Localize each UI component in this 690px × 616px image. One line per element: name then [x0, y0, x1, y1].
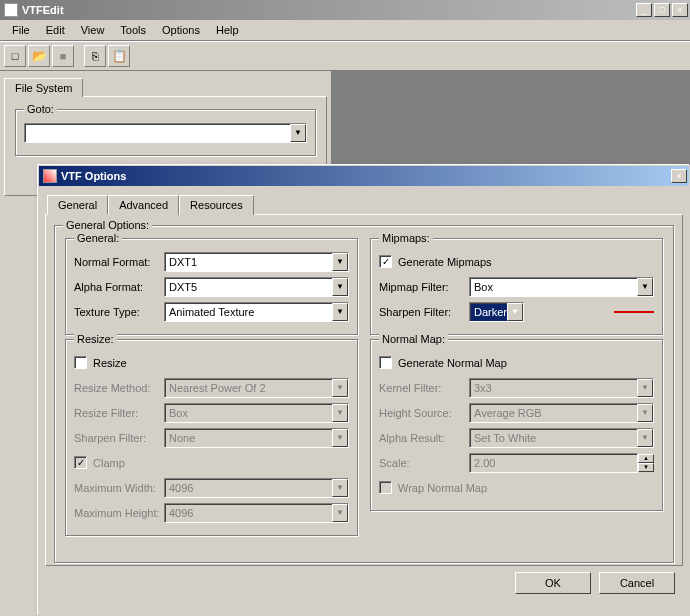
tab-advanced[interactable]: Advanced: [108, 195, 179, 215]
scale-input: 2.00: [469, 453, 638, 473]
kernel-filter-value: 3x3: [474, 382, 492, 394]
close-button[interactable]: ×: [672, 3, 688, 17]
alpha-result-label: Alpha Result:: [379, 432, 469, 444]
goto-combo[interactable]: ▼: [24, 123, 307, 143]
cancel-button[interactable]: Cancel: [599, 572, 675, 594]
chevron-down-icon: ▼: [332, 504, 348, 522]
vtf-options-dialog: VTF Options × General Advanced Resources…: [38, 165, 690, 616]
app-title: VTFEdit: [22, 4, 636, 16]
copy-icon: ⎘: [92, 50, 99, 62]
mipmap-filter-value: Box: [474, 281, 493, 293]
normal-format-value: DXT1: [169, 256, 197, 268]
chevron-down-icon: ▼: [332, 303, 348, 321]
resize-filter-label: Resize Filter:: [74, 407, 164, 419]
tab-file-system[interactable]: File System: [4, 78, 83, 97]
mipmap-filter-combo[interactable]: Box▼: [469, 277, 654, 297]
kernel-filter-label: Kernel Filter:: [379, 382, 469, 394]
resize-filter-combo: Box▼: [164, 403, 349, 423]
chevron-down-icon: ▼: [637, 404, 653, 422]
clamp-checkbox: ✓: [74, 456, 87, 469]
chevron-down-icon: ▼: [332, 278, 348, 296]
chevron-down-icon: ▼: [332, 379, 348, 397]
resize-method-value: Nearest Power Of 2: [169, 382, 266, 394]
goto-label: Goto:: [24, 103, 57, 115]
dialog-title: VTF Options: [61, 170, 671, 182]
alpha-result-value: Set To White: [474, 432, 536, 444]
minimize-button[interactable]: _: [636, 3, 652, 17]
toolbar-open-button[interactable]: 📂: [28, 45, 50, 67]
dialog-titlebar: VTF Options ×: [39, 166, 689, 186]
resize-label: Resize: [93, 357, 127, 369]
menu-options[interactable]: Options: [154, 22, 208, 38]
mipmaps-legend: Mipmaps:: [379, 232, 433, 244]
height-source-value: Average RGB: [474, 407, 542, 419]
generate-mipmaps-checkbox[interactable]: ✓: [379, 255, 392, 268]
toolbar-new-button[interactable]: □: [4, 45, 26, 67]
scale-value: 2.00: [474, 457, 495, 469]
generate-normalmap-checkbox[interactable]: [379, 356, 392, 369]
alpha-format-combo[interactable]: DXT5▼: [164, 277, 349, 297]
menu-help[interactable]: Help: [208, 22, 247, 38]
spinner-down-icon: ▼: [638, 463, 654, 472]
normalmap-legend: Normal Map:: [379, 333, 448, 345]
ok-button[interactable]: OK: [515, 572, 591, 594]
resize-sharpen-value: None: [169, 432, 195, 444]
max-width-value: 4096: [169, 482, 193, 494]
resize-method-label: Resize Method:: [74, 382, 164, 394]
app-icon: [4, 3, 18, 17]
max-height-value: 4096: [169, 507, 193, 519]
chevron-down-icon: ▼: [637, 429, 653, 447]
menu-tools[interactable]: Tools: [112, 22, 154, 38]
chevron-down-icon: ▼: [637, 379, 653, 397]
alpha-format-label: Alpha Format:: [74, 281, 164, 293]
max-width-label: Maximum Width:: [74, 482, 164, 494]
main-titlebar: VTFEdit _ □ ×: [0, 0, 690, 20]
texture-type-value: Animated Texture: [169, 306, 254, 318]
mipmap-sharpen-combo[interactable]: Darker▼: [469, 302, 524, 322]
menu-view[interactable]: View: [73, 22, 113, 38]
menu-file[interactable]: File: [4, 22, 38, 38]
scale-label: Scale:: [379, 457, 469, 469]
clamp-label: Clamp: [93, 457, 125, 469]
height-source-label: Height Source:: [379, 407, 469, 419]
normal-format-combo[interactable]: DXT1▼: [164, 252, 349, 272]
resize-sharpen-label: Sharpen Filter:: [74, 432, 164, 444]
texture-type-label: Texture Type:: [74, 306, 164, 318]
max-width-combo: 4096▼: [164, 478, 349, 498]
chevron-down-icon: ▼: [332, 429, 348, 447]
chevron-down-icon: ▼: [637, 278, 653, 296]
new-icon: □: [12, 50, 19, 62]
highlight-underline: [614, 311, 654, 313]
toolbar: □ 📂 ■ ⎘ 📋: [0, 41, 690, 71]
generate-mipmaps-label: Generate Mipmaps: [398, 256, 492, 268]
toolbar-copy-button[interactable]: ⎘: [84, 45, 106, 67]
dialog-close-button[interactable]: ×: [671, 169, 687, 183]
resize-checkbox[interactable]: [74, 356, 87, 369]
wrap-normalmap-label: Wrap Normal Map: [398, 482, 487, 494]
normal-format-label: Normal Format:: [74, 256, 164, 268]
chevron-down-icon: ▼: [290, 124, 306, 142]
texture-type-combo[interactable]: Animated Texture▼: [164, 302, 349, 322]
tab-resources[interactable]: Resources: [179, 195, 254, 215]
toolbar-paste-button[interactable]: 📋: [108, 45, 130, 67]
max-height-label: Maximum Height:: [74, 507, 164, 519]
toolbar-separator: [76, 45, 82, 67]
dialog-icon: [43, 169, 57, 183]
resize-method-combo: Nearest Power Of 2▼: [164, 378, 349, 398]
generate-normalmap-label: Generate Normal Map: [398, 357, 507, 369]
maximize-button[interactable]: □: [654, 3, 670, 17]
max-height-combo: 4096▼: [164, 503, 349, 523]
alpha-result-combo: Set To White▼: [469, 428, 654, 448]
resize-legend: Resize:: [74, 333, 117, 345]
paste-icon: 📋: [112, 49, 127, 63]
chevron-down-icon: ▼: [332, 479, 348, 497]
spinner-up-icon: ▲: [638, 454, 654, 463]
tab-general[interactable]: General: [47, 195, 108, 215]
resize-filter-value: Box: [169, 407, 188, 419]
chevron-down-icon: ▼: [332, 253, 348, 271]
toolbar-save-button[interactable]: ■: [52, 45, 74, 67]
general-legend: General:: [74, 232, 122, 244]
general-tab-panel: General Options: General: Normal Format:…: [45, 214, 683, 566]
menu-edit[interactable]: Edit: [38, 22, 73, 38]
wrap-normalmap-checkbox: [379, 481, 392, 494]
